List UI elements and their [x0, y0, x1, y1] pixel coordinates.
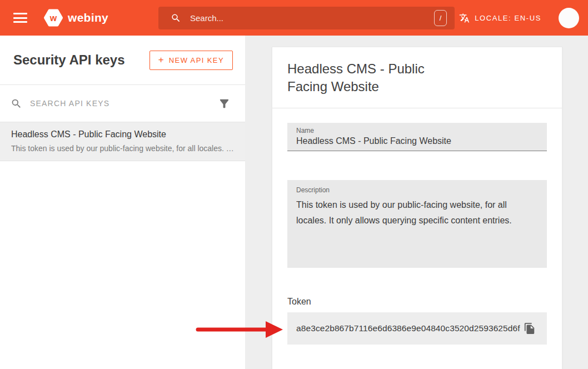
locale-label: LOCALE: EN-US	[475, 14, 541, 22]
webiny-logo[interactable]: w webiny	[43, 8, 108, 28]
locale-switcher[interactable]: LOCALE: EN-US	[459, 13, 541, 23]
new-api-key-label: NEW API KEY	[169, 56, 224, 64]
api-keys-search	[0, 85, 245, 122]
global-search-input[interactable]	[190, 13, 434, 23]
token-box: a8e3ce2b867b7116e6d6386e9e04840c3520d259…	[287, 312, 547, 345]
brand-wordmark: webiny	[68, 11, 108, 24]
list-item-title: Headless CMS - Public Facing Website	[11, 129, 234, 139]
card-title: Headless CMS - Public Facing Website	[287, 60, 547, 96]
search-api-keys-input[interactable]	[30, 99, 210, 108]
svg-text:w: w	[49, 13, 57, 23]
card-title-line2: Facing Website	[287, 78, 547, 96]
description-textarea[interactable]: This token is used by our public-facing …	[296, 197, 538, 263]
card-body: Name Description This token is used by o…	[272, 108, 562, 359]
new-api-key-button[interactable]: + NEW API KEY	[150, 51, 233, 70]
copy-icon	[524, 322, 536, 335]
api-key-list: Headless CMS - Public Facing Website Thi…	[0, 122, 245, 161]
panel-header: Security API keys + NEW API KEY	[0, 36, 245, 84]
description-field[interactable]: Description This token is used by our pu…	[287, 180, 547, 268]
name-field-label: Name	[296, 127, 538, 134]
api-keys-panel: Security API keys + NEW API KEY Headless…	[0, 36, 245, 369]
filter-icon[interactable]	[218, 97, 231, 110]
logo-hexagon-icon: w	[43, 8, 63, 28]
name-field[interactable]: Name	[287, 123, 547, 151]
name-input[interactable]	[296, 134, 538, 147]
card-header: Headless CMS - Public Facing Website	[272, 47, 562, 108]
detail-area: Headless CMS - Public Facing Website Nam…	[245, 36, 588, 369]
search-icon	[171, 13, 181, 23]
slash-shortcut-badge: /	[434, 10, 447, 26]
token-label: Token	[287, 297, 547, 307]
copy-token-button[interactable]	[520, 319, 539, 338]
card-title-line1: Headless CMS - Public	[287, 60, 547, 78]
menu-icon[interactable]	[13, 11, 27, 26]
global-search[interactable]: /	[158, 7, 455, 29]
description-field-label: Description	[296, 186, 538, 194]
plus-icon: +	[158, 56, 164, 64]
avatar[interactable]	[559, 8, 579, 28]
list-item[interactable]: Headless CMS - Public Facing Website Thi…	[0, 122, 245, 161]
page-title: Security API keys	[13, 52, 150, 68]
token-value: a8e3ce2b867b7116e6d6386e9e04840c3520d259…	[296, 323, 520, 333]
search-icon	[11, 98, 22, 109]
content: Security API keys + NEW API KEY Headless…	[0, 36, 588, 369]
topbar-right: LOCALE: EN-US	[459, 8, 588, 28]
topbar: w webiny / LOCALE: EN-US	[0, 0, 588, 36]
translate-icon	[459, 13, 470, 23]
list-item-description: This token is used by our public-facing …	[11, 144, 234, 153]
api-key-card: Headless CMS - Public Facing Website Nam…	[272, 47, 562, 369]
